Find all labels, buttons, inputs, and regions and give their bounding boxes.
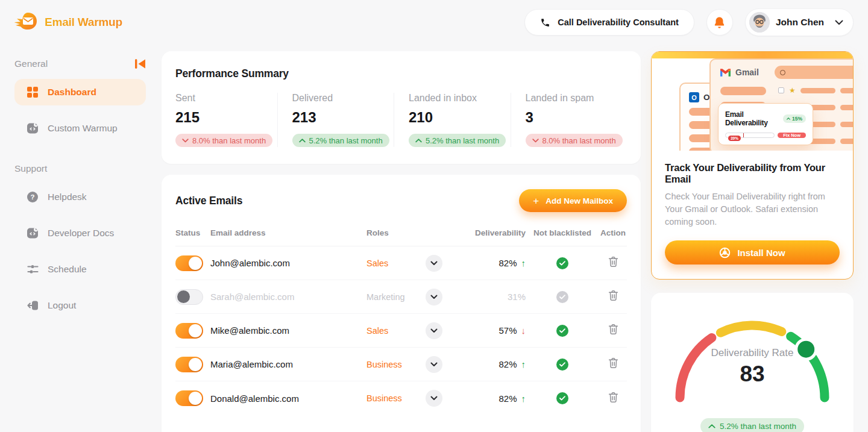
- check-circle-icon: [556, 392, 568, 404]
- call-consultant-button[interactable]: Call Deliverability Consultant: [524, 9, 694, 36]
- metric-label: Delivered: [292, 93, 394, 104]
- performance-title: Performance Summary: [175, 67, 627, 80]
- gmail-logo-icon: [720, 69, 731, 77]
- sidebar-item-schedule[interactable]: Schedule: [14, 256, 146, 283]
- search-bar-mock: [775, 66, 853, 79]
- role-label: Marketing: [366, 292, 412, 302]
- notifications-button[interactable]: [706, 9, 733, 36]
- metric-value: 213: [292, 109, 394, 126]
- sidebar-item-label: Helpdesk: [48, 192, 87, 202]
- sidebar-item-label: Logout: [48, 300, 76, 311]
- role-dropdown-button[interactable]: [426, 255, 442, 272]
- add-new-mailbox-button[interactable]: + Add New Mailbox: [519, 189, 627, 212]
- metric-delivered: Delivered 213 5.2% than last month: [277, 93, 394, 147]
- sidebar-section-support: Support: [14, 163, 47, 174]
- sidebar: General Dashboard Custom Warmup Support: [0, 45, 162, 319]
- deliverability-value: 57%: [498, 325, 517, 336]
- sidebar-item-developer-docs[interactable]: Developer Docs: [14, 220, 146, 246]
- popup-score: 39%: [728, 136, 741, 141]
- sidebar-collapse-button[interactable]: [134, 58, 146, 69]
- plus-icon: +: [533, 196, 539, 206]
- email-address: Sarah@alembic.com: [210, 292, 358, 302]
- table-row: Maria@alembic.com Business 82%↑: [175, 348, 627, 381]
- table-row: Donald@alembic.com Business 82%↑: [175, 381, 627, 415]
- status-toggle[interactable]: [175, 323, 203, 339]
- col-roles: Roles: [358, 228, 461, 237]
- role-dropdown-button[interactable]: [426, 356, 442, 373]
- metric-sent: Sent 215 8.0% than last month: [175, 93, 277, 147]
- sidebar-item-logout[interactable]: Logout: [14, 292, 146, 319]
- metric-landed-spam: Landed in spam 3 8.0% than last month: [511, 93, 627, 147]
- sidebar-item-custom-warmup[interactable]: Custom Warmup: [14, 115, 146, 142]
- search-icon: [780, 70, 785, 75]
- check-circle-icon: [556, 358, 568, 371]
- chrome-icon: [719, 247, 731, 258]
- install-now-button[interactable]: Install Now: [665, 240, 840, 265]
- dashboard-icon: [27, 87, 39, 98]
- flame-envelope-icon: [14, 11, 39, 34]
- metric-label: Sent: [175, 93, 277, 104]
- extension-illustration: O Outlook Gmail: [652, 52, 853, 151]
- avatar: [749, 12, 770, 33]
- right-column: O Outlook Gmail: [651, 45, 854, 432]
- deliverability-value: 82%: [498, 258, 517, 268]
- chevron-down-icon: [532, 139, 539, 143]
- metric-change-badge: 8.0% than last month: [526, 134, 623, 147]
- col-deliverability: Deliverability: [475, 228, 526, 237]
- sidebar-item-helpdesk[interactable]: ? Helpdesk: [14, 184, 146, 210]
- chevron-down-icon: [835, 20, 843, 25]
- gauge-change-badge: 5.2% than last month: [700, 418, 804, 432]
- content-area: General Dashboard Custom Warmup Support: [0, 45, 868, 432]
- help-icon: ?: [27, 191, 39, 203]
- extension-promo-card: O Outlook Gmail: [651, 51, 854, 280]
- svg-text:?: ?: [30, 193, 34, 201]
- delete-row-button[interactable]: [608, 392, 618, 403]
- status-toggle[interactable]: [175, 357, 203, 372]
- sidebar-item-label: Dashboard: [48, 87, 96, 98]
- metric-value: 210: [409, 109, 511, 126]
- metric-change-badge: 5.2% than last month: [292, 134, 389, 147]
- status-toggle[interactable]: [175, 390, 203, 406]
- status-toggle[interactable]: [175, 255, 203, 271]
- top-header: Email Warmup Call Deliverability Consult…: [0, 0, 868, 45]
- bell-icon: [714, 16, 725, 29]
- metric-value: 215: [175, 109, 277, 126]
- trend-up-icon: ↑: [521, 393, 526, 404]
- trend-up-icon: ↑: [521, 359, 526, 369]
- email-address: Mike@alembic.com: [210, 325, 358, 336]
- role-label: Sales: [366, 326, 412, 336]
- role-label: Business: [366, 393, 412, 403]
- check-circle-icon: [556, 257, 568, 269]
- delete-row-button[interactable]: [608, 324, 618, 335]
- deliverability-value: 82%: [498, 393, 517, 404]
- delete-row-button[interactable]: [608, 290, 618, 301]
- role-dropdown-button[interactable]: [426, 322, 442, 339]
- table-row: John@alembic.com Sales 82%↑: [175, 246, 627, 280]
- email-address: Donald@alembic.com: [210, 393, 358, 404]
- metric-label: Landed in inbox: [409, 93, 511, 104]
- check-circle-icon: [556, 291, 568, 303]
- sidebar-item-dashboard[interactable]: Dashboard: [14, 79, 146, 105]
- email-address: John@alembic.com: [210, 258, 358, 268]
- performance-summary-card: Performance Summary Sent 215 8.0% than l…: [162, 51, 641, 164]
- chevron-up-icon: [299, 139, 306, 143]
- sliders-icon: [27, 264, 39, 275]
- role-dropdown-button[interactable]: [426, 289, 442, 305]
- active-emails-card: Active Emails + Add New Mailbox Status E…: [162, 175, 641, 432]
- metric-change-badge: 8.0% than last month: [175, 134, 272, 147]
- metric-landed-inbox: Landed in inbox 210 5.2% than last month: [394, 93, 511, 147]
- delete-row-button[interactable]: [608, 357, 618, 369]
- col-status: Status: [175, 228, 210, 237]
- popup-marker: [743, 133, 744, 137]
- promo-title: Track Your Deliverability from Your Emai…: [665, 162, 840, 185]
- role-dropdown-button[interactable]: [426, 390, 442, 407]
- chevron-up-icon: [708, 424, 715, 428]
- brand-name: Email Warmup: [45, 16, 122, 29]
- checkbox-icon: [778, 87, 784, 93]
- call-consultant-label: Call Deliverability Consultant: [558, 17, 679, 27]
- star-icon: ★: [789, 87, 796, 94]
- user-menu[interactable]: John Chen: [745, 8, 854, 36]
- status-toggle[interactable]: [175, 289, 203, 305]
- chevron-down-icon: [182, 139, 189, 143]
- delete-row-button[interactable]: [608, 256, 618, 268]
